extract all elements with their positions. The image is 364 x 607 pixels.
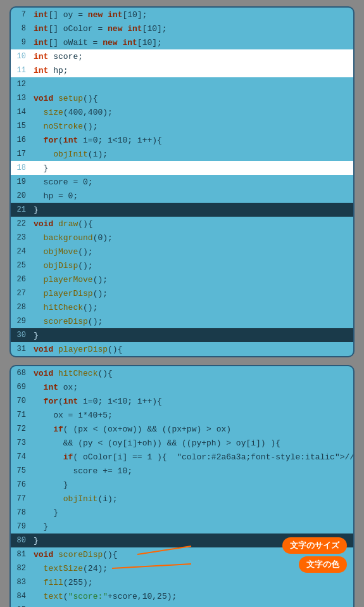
line-number: 31 — [11, 345, 31, 354]
code-line: 23 background(0); — [11, 231, 353, 245]
line-content: score = 0; — [31, 177, 93, 187]
line-number: 24 — [11, 247, 31, 256]
line-number: 78 — [11, 508, 31, 517]
code-line: 69 int ox; — [11, 380, 353, 394]
line-number: 84 — [11, 592, 31, 601]
line-number: 71 — [11, 411, 31, 419]
line-number: 77 — [11, 494, 31, 503]
code-line: 8int[] oColor = new int[10]; — [11, 22, 353, 35]
code-line: 74 if( oColor[i] == 1 ){ "color:#2a6a3a;… — [11, 450, 353, 464]
line-content: objDisp(); — [31, 261, 93, 271]
code-line: 31void playerDisp(){ — [11, 342, 353, 356]
code-line: 13void setup(){ — [11, 91, 353, 105]
line-content: int hp; — [31, 66, 68, 75]
line-number: 74 — [11, 452, 31, 461]
line-content: hp = 0; — [31, 191, 78, 201]
code-line: 24 objMove(); — [11, 245, 353, 259]
line-number: 27 — [11, 289, 31, 298]
code-line: 19 score = 0; — [11, 175, 353, 189]
line-content: score += 10; — [31, 466, 132, 476]
code-line: 16 for(int i=0; i<10; i++){ — [11, 133, 353, 147]
code-line: 28 hitCheck(); — [11, 300, 353, 314]
line-number: 25 — [11, 261, 31, 270]
code-line: 26 playerMove(); — [11, 272, 353, 286]
line-content: playerDisp(); — [31, 289, 108, 298]
line-content: } — [31, 331, 39, 340]
code-line: 68void hitCheck(){ — [11, 366, 353, 380]
code-line: 72 if( (px < (ox+ow)) && ((px+pw) > ox) — [11, 422, 353, 436]
line-number: 76 — [11, 480, 31, 489]
code-line: 76 } — [11, 478, 353, 492]
line-number: 26 — [11, 275, 31, 284]
line-number: 73 — [11, 438, 31, 447]
code-line: 78 } — [11, 506, 353, 520]
line-number: 16 — [11, 136, 31, 144]
code-line: 27 playerDisp(); — [11, 286, 353, 300]
line-number: 21 — [11, 205, 31, 214]
code-line: 73 && (py < (oy[i]+oh)) && ((py+ph) > oy… — [11, 436, 353, 450]
line-number: 23 — [11, 233, 31, 242]
line-number: 14 — [11, 108, 31, 117]
code-line: 9int[] oWait = new int[10]; — [11, 35, 353, 49]
line-content: void draw(){ — [31, 219, 93, 229]
code-line: 17 objInit(i); — [11, 147, 353, 161]
line-number: 82 — [11, 564, 31, 573]
line-content: size(400,400); — [31, 108, 113, 117]
line-number: 80 — [11, 536, 31, 545]
line-content: playerMove(); — [31, 275, 108, 284]
line-number: 19 — [11, 177, 31, 186]
code-line: 11int hp; — [11, 63, 353, 77]
line-number: 13 — [11, 94, 31, 103]
code-line: 25 objDisp(); — [11, 259, 353, 272]
code-line: 15 noStroke(); — [11, 119, 353, 133]
line-number: 7 — [11, 10, 31, 19]
code-line: 77 objInit(i); — [11, 492, 353, 506]
code-line: 20 hp = 0; — [11, 189, 353, 203]
line-content: void playerDisp(){ — [31, 345, 122, 354]
line-content: } — [31, 522, 48, 532]
code-line: 14 size(400,400); — [11, 105, 353, 119]
line-content: noStroke(); — [31, 122, 97, 131]
line-content: text("score:"+score,10,25); — [31, 592, 177, 601]
line-content: void scoreDisp(){ — [31, 550, 118, 559]
code-line: 84 text("score:"+score,10,25); — [11, 589, 353, 603]
line-number: 18 — [11, 163, 31, 172]
line-content: } — [31, 508, 58, 518]
line-number: 29 — [11, 317, 31, 326]
line-number: 17 — [11, 150, 31, 158]
line-content: int ox; — [31, 383, 78, 392]
line-number: 30 — [11, 331, 31, 340]
line-number: 22 — [11, 219, 31, 228]
line-content: void setup(){ — [31, 94, 97, 103]
line-number: 83 — [11, 578, 31, 587]
line-number: 69 — [11, 383, 31, 392]
line-content: ox = i*40+5; — [31, 411, 113, 420]
line-content: background(0); — [31, 233, 113, 243]
code-line: 71 ox = i*40+5; — [11, 408, 353, 422]
code-line: 85 text("HP:"+hp,300,25); — [11, 603, 353, 607]
code-line: 18 } — [11, 161, 353, 175]
line-content: objInit(i); — [31, 150, 108, 159]
line-content: scoreDisp(); — [31, 317, 103, 326]
code-line: 29 scoreDisp(); — [11, 314, 353, 328]
line-content: } — [31, 480, 68, 490]
line-number: 15 — [11, 122, 31, 131]
line-number: 70 — [11, 397, 31, 406]
code-block-1: 7int[] oy = new int[10];8int[] oColor = … — [9, 6, 355, 357]
annotation-bubble-text-color: 文字の色 — [299, 556, 347, 573]
code-line: 83 fill(255); — [11, 575, 353, 589]
line-content: } — [31, 163, 48, 173]
line-number: 10 — [11, 52, 31, 61]
line-content: objMove(); — [31, 247, 93, 257]
line-content: for(int i=0; i<10; i++){ — [31, 136, 162, 145]
line-number: 79 — [11, 522, 31, 531]
line-content: fill(255); — [31, 578, 93, 587]
line-number: 11 — [11, 66, 31, 75]
line-number: 20 — [11, 191, 31, 200]
code-line: 70 for(int i=0; i<10; i++){ — [11, 394, 353, 408]
line-number: 75 — [11, 466, 31, 475]
code-line: 10int score; — [11, 49, 353, 63]
line-number: 81 — [11, 550, 31, 559]
code-line: 22void draw(){ — [11, 217, 353, 231]
code-line: 30} — [11, 328, 353, 342]
